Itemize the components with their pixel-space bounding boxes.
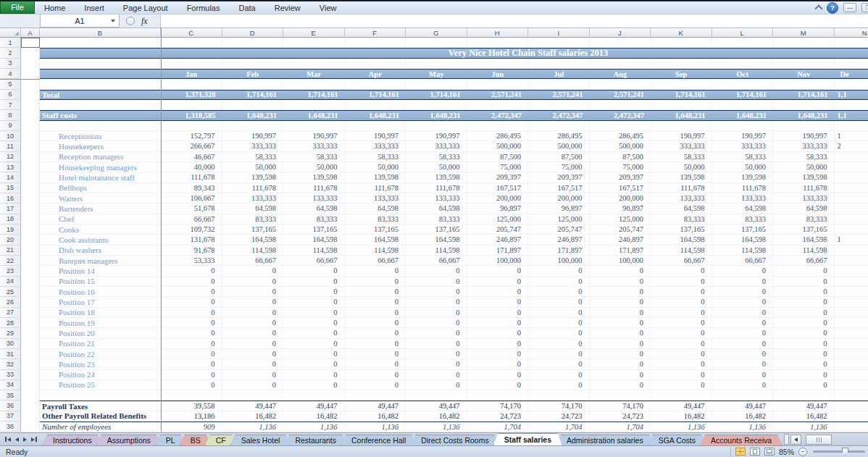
cell[interactable]: 1,704 [528, 422, 590, 431]
cell[interactable]: 0 [161, 370, 222, 380]
row-label-cell[interactable]: Cooks [40, 225, 161, 234]
cell[interactable]: 0 [651, 266, 712, 275]
cell[interactable]: 137,165 [283, 225, 345, 234]
cell[interactable]: 0 [283, 349, 345, 359]
cell[interactable]: 1,1 [835, 91, 868, 99]
cell[interactable]: 246,897 [590, 235, 651, 244]
column-header-f[interactable]: F [345, 28, 406, 38]
cell[interactable]: 0 [222, 359, 284, 369]
cell[interactable]: 0 [406, 380, 467, 390]
cell[interactable] [835, 121, 868, 130]
cell[interactable]: 0 [773, 328, 835, 337]
row-header-7[interactable]: 7 [0, 100, 21, 110]
cell[interactable]: 16,482 [283, 411, 345, 421]
row-label-cell[interactable]: Position 22 [40, 349, 161, 359]
cell[interactable]: 125,000 [467, 214, 529, 224]
cell[interactable]: 2,472,347 [467, 111, 529, 120]
cell[interactable]: 0 [467, 277, 529, 286]
cell[interactable]: 0 [773, 297, 835, 306]
cell[interactable]: 0 [528, 380, 590, 390]
cell[interactable]: 164,598 [345, 235, 406, 244]
cell[interactable] [835, 339, 868, 348]
cell[interactable]: 0 [345, 359, 406, 369]
cell[interactable]: 139,598 [406, 172, 467, 182]
cell[interactable]: 0 [590, 349, 651, 359]
cell[interactable]: 171,897 [467, 246, 529, 255]
cell[interactable] [21, 79, 40, 89]
cell[interactable] [712, 59, 774, 68]
row-header-32[interactable]: 32 [0, 359, 21, 369]
cell[interactable]: 1 [835, 235, 868, 244]
column-header-c[interactable]: C [161, 28, 222, 38]
cell[interactable]: 190,997 [773, 131, 835, 141]
cell[interactable] [21, 183, 40, 193]
cell[interactable] [835, 318, 868, 327]
row-header-37[interactable]: 37 [0, 411, 21, 422]
cell[interactable]: 83,333 [773, 214, 835, 224]
cell[interactable]: 0 [467, 297, 529, 306]
column-header-e[interactable]: E [283, 28, 345, 38]
cell[interactable] [528, 121, 590, 130]
cell[interactable] [21, 121, 40, 131]
cell[interactable]: 100,000 [528, 256, 590, 265]
cell[interactable]: 0 [651, 277, 712, 286]
insert-function-icon[interactable]: fx [141, 16, 148, 27]
cell[interactable] [161, 79, 222, 88]
cell[interactable]: 53,333 [161, 256, 222, 265]
cell[interactable]: 0 [406, 370, 467, 380]
cell[interactable]: 50,000 [345, 162, 406, 172]
cell[interactable]: 0 [528, 277, 590, 286]
cell[interactable]: 0 [590, 308, 651, 317]
cell[interactable]: 286,495 [590, 131, 651, 141]
cell[interactable] [21, 225, 40, 235]
cell[interactable]: 909 [161, 422, 222, 431]
cell[interactable]: 0 [590, 266, 651, 275]
cell[interactable]: 0 [222, 287, 284, 296]
cell[interactable] [222, 390, 284, 400]
cell[interactable] [40, 59, 161, 68]
cell[interactable] [21, 162, 40, 172]
cell[interactable]: 139,598 [712, 172, 774, 182]
cell[interactable] [406, 100, 467, 109]
cell[interactable]: 0 [528, 339, 590, 348]
cell[interactable]: 0 [712, 328, 774, 337]
name-box[interactable]: A1 [40, 14, 120, 28]
cell[interactable] [835, 79, 868, 88]
cell[interactable] [283, 100, 345, 109]
name-box-dropdown-icon[interactable] [111, 20, 115, 22]
cell[interactable]: 49,447 [712, 401, 774, 410]
cell[interactable]: 0 [467, 349, 529, 359]
cell[interactable]: 0 [773, 359, 835, 369]
cell[interactable] [651, 59, 712, 68]
cell[interactable] [21, 328, 40, 338]
cell[interactable] [21, 131, 40, 141]
cell[interactable]: 66,667 [222, 256, 284, 265]
cell[interactable] [773, 79, 835, 88]
row-header-16[interactable]: 16 [0, 193, 21, 204]
cell[interactable] [222, 38, 284, 47]
cell[interactable] [773, 390, 835, 400]
row-label-cell[interactable]: Position 14 [40, 266, 161, 275]
cell[interactable]: 0 [345, 308, 406, 317]
row-header-15[interactable]: 15 [0, 183, 21, 193]
cell[interactable]: 0 [283, 380, 345, 390]
cell[interactable]: 1,648,231 [712, 111, 774, 120]
cell[interactable]: 164,598 [773, 235, 835, 244]
cell[interactable] [21, 214, 40, 225]
cell[interactable] [773, 59, 835, 68]
cell[interactable]: 111,678 [161, 172, 222, 182]
row-header-12[interactable]: 12 [0, 152, 21, 162]
cell[interactable] [21, 48, 40, 58]
cell[interactable] [835, 38, 868, 47]
row-header-28[interactable]: 28 [0, 318, 21, 328]
row-header-3[interactable]: 3 [0, 59, 21, 69]
cell[interactable] [40, 79, 161, 88]
cell[interactable]: 0 [651, 349, 712, 359]
cell[interactable]: 133,333 [712, 193, 774, 203]
cell[interactable] [835, 411, 868, 421]
row-label-cell[interactable]: Bartenders [40, 204, 161, 213]
cell[interactable]: 83,333 [651, 214, 712, 224]
cell[interactable] [406, 38, 467, 47]
cell[interactable] [835, 401, 868, 410]
cell[interactable]: 114,598 [773, 246, 835, 255]
